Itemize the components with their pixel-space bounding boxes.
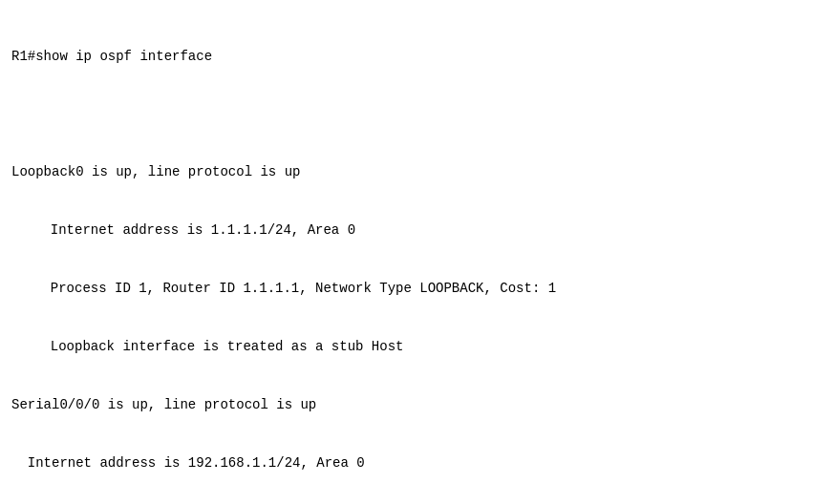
loopback-process-id: Process ID 1, Router ID 1.1.1.1, Network… <box>11 279 823 298</box>
serial-header: Serial0/0/0 is up, line protocol is up <box>11 395 823 414</box>
terminal-output: R1#show ip ospf interface Loopback0 is u… <box>11 8 823 504</box>
blank-line <box>11 104 823 123</box>
serial-internet-addr: Internet address is 192.168.1.1/24, Area… <box>11 453 823 472</box>
command-line: R1#show ip ospf interface <box>11 47 823 66</box>
loopback-stub: Loopback interface is treated as a stub … <box>11 337 823 356</box>
loopback-internet-addr: Internet address is 1.1.1.1/24, Area 0 <box>11 220 823 240</box>
loopback-header: Loopback0 is up, line protocol is up <box>11 162 823 181</box>
